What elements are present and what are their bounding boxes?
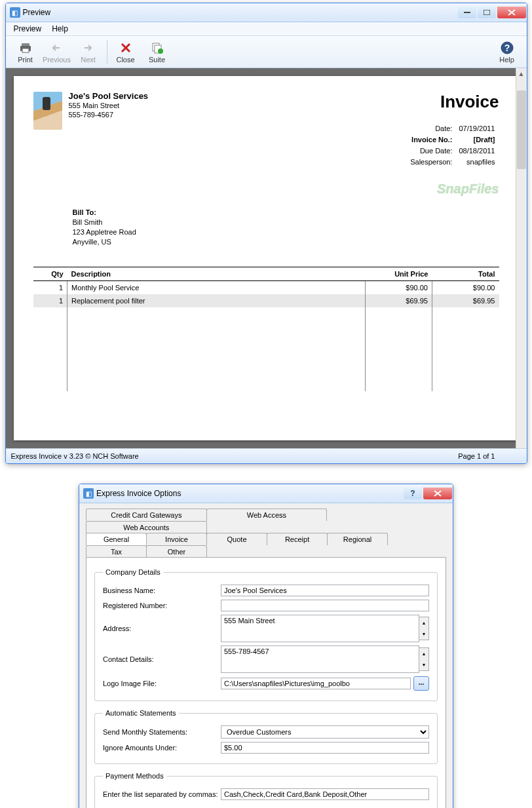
address-spinner[interactable]: ▲▼	[419, 617, 429, 640]
svg-rect-4	[22, 48, 29, 52]
menubar: Preview Help	[6, 22, 527, 36]
app-icon: ◧	[10, 7, 20, 18]
tab-general[interactable]: General	[86, 533, 147, 545]
print-button[interactable]: Print	[10, 37, 41, 66]
toolbar: Print Previous Next Close Suite ?Help	[6, 36, 527, 68]
status-page: Page 1 of 1	[458, 452, 495, 460]
company-info: Joe's Pool Services 555 Main Street 555-…	[69, 92, 149, 119]
dialog-titlebar[interactable]: ◧ Express Invoice Options ?	[79, 484, 453, 503]
tab-panel: Company Details Business Name: Registere…	[86, 557, 446, 808]
ignore-amount-input[interactable]	[221, 742, 429, 754]
help-toolbar-button[interactable]: ?Help	[491, 37, 523, 66]
payment-methods-group: Payment Methods Enter the list separated…	[94, 772, 438, 808]
close-button[interactable]	[497, 7, 526, 18]
preview-content: Joe's Pool Services 555 Main Street 555-…	[6, 68, 527, 448]
help-icon: ?	[501, 40, 514, 56]
svg-rect-2	[22, 43, 29, 46]
window-title: Preview	[23, 8, 457, 17]
svg-point-7	[158, 48, 163, 54]
company-details-group: Company Details Business Name: Registere…	[94, 568, 438, 701]
browse-button[interactable]: ...	[413, 676, 429, 691]
next-button[interactable]: Next	[73, 37, 104, 66]
close-toolbar-button[interactable]: Close	[110, 37, 142, 66]
business-name-input[interactable]	[221, 585, 429, 596]
send-monthly-select[interactable]: Overdue Customers	[221, 725, 429, 739]
dialog-title: Express Invoice Options	[96, 489, 403, 498]
vertical-scrollbar[interactable]: ▲	[516, 68, 527, 448]
tab-cc-gateways[interactable]: Credit Card Gateways	[86, 509, 207, 521]
menu-help[interactable]: Help	[47, 23, 73, 35]
automatic-statements-group: Automatic Statements Send Monthly Statem…	[94, 709, 438, 764]
tabs-top: Credit Card Gateways Web Access Web Acco…	[86, 509, 446, 533]
titlebar[interactable]: ◧ Preview	[6, 3, 527, 22]
svg-text:?: ?	[504, 43, 510, 53]
status-left: Express Invoice v 3.23 © NCH Software	[11, 452, 139, 460]
options-dialog: ◧ Express Invoice Options ? Credit Card …	[79, 484, 453, 808]
watermark: SnapFiles	[437, 182, 499, 197]
payment-methods-input[interactable]	[221, 788, 429, 800]
line-items-table: Qty Description Unit Price Total 1Monthl…	[33, 267, 499, 391]
printer-icon	[19, 40, 32, 56]
company-logo	[33, 92, 62, 130]
spin-down-icon: ▼	[419, 628, 428, 640]
contact-input[interactable]: 555-789-4567	[221, 645, 419, 673]
invoice-title: Invoice	[406, 92, 499, 112]
dialog-help-button[interactable]: ?	[404, 488, 422, 499]
tabs-bottom: General Invoice Quote Receipt Regional T…	[86, 533, 446, 558]
tab-web-access[interactable]: Web Access	[206, 509, 328, 521]
tab-quote[interactable]: Quote	[206, 533, 267, 545]
tab-receipt[interactable]: Receipt	[267, 533, 328, 545]
table-row: 1Monthly Pool Service$90.00$90.00	[33, 281, 499, 295]
address-input[interactable]: 555 Main Street	[221, 615, 419, 642]
app-icon: ◧	[83, 488, 94, 499]
svg-rect-1	[484, 10, 490, 15]
arrow-left-icon	[52, 40, 62, 56]
tab-tax[interactable]: Tax	[86, 545, 147, 558]
dialog-close-button[interactable]	[423, 488, 452, 499]
svg-rect-0	[464, 12, 470, 13]
arrow-right-icon	[83, 40, 94, 56]
invoice-meta: Date:07/19/2011 Invoice No.:[Draft] Due …	[406, 123, 499, 168]
tab-invoice[interactable]: Invoice	[146, 533, 207, 545]
spin-down-icon: ▼	[419, 659, 428, 670]
table-row: 1Replacement pool filter$69.95$69.95	[33, 294, 499, 307]
statusbar: Express Invoice v 3.23 © NCH Software Pa…	[6, 448, 527, 463]
spin-up-icon: ▲	[419, 648, 428, 659]
close-x-icon	[120, 40, 132, 56]
suite-button[interactable]: Suite	[142, 37, 173, 66]
scroll-thumb[interactable]	[517, 90, 526, 169]
bill-to: Bill To: Bill Smith 123 Appletree Road A…	[73, 208, 499, 247]
contact-spinner[interactable]: ▲▼	[419, 647, 429, 671]
invoice-page: Joe's Pool Services 555 Main Street 555-…	[14, 76, 519, 440]
spin-up-icon: ▲	[419, 617, 428, 628]
scroll-up-icon[interactable]: ▲	[516, 68, 527, 79]
maximize-button[interactable]	[478, 7, 496, 18]
minimize-button[interactable]	[458, 7, 476, 18]
preview-window: ◧ Preview Preview Help Print Previous Ne…	[5, 3, 527, 464]
previous-button[interactable]: Previous	[41, 37, 73, 66]
tab-other[interactable]: Other	[146, 545, 207, 558]
registered-number-input[interactable]	[221, 600, 429, 611]
suite-icon	[151, 40, 163, 56]
tab-web-accounts[interactable]: Web Accounts	[86, 521, 207, 533]
menu-preview[interactable]: Preview	[9, 23, 47, 35]
tab-regional[interactable]: Regional	[327, 533, 388, 545]
logo-path-input[interactable]	[221, 678, 411, 689]
